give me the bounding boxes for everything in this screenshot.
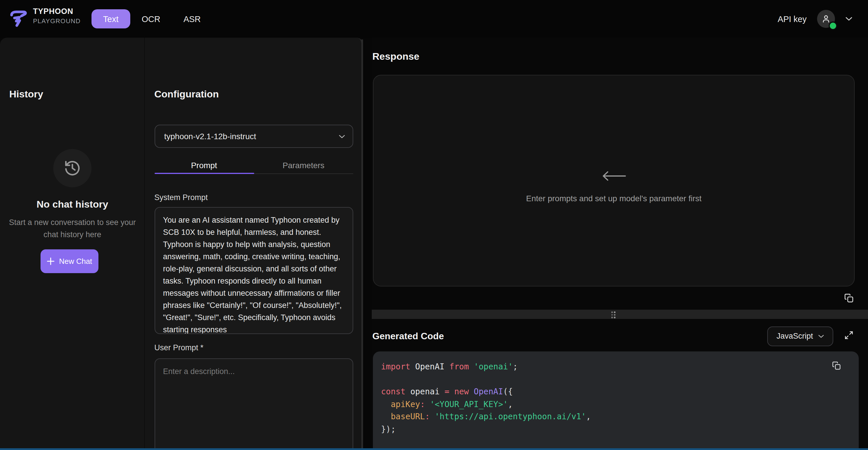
chevron-down-icon[interactable] bbox=[845, 17, 852, 21]
configuration-panel: Configuration typhoon-v2.1-12b-instruct … bbox=[145, 38, 361, 450]
history-panel: History No chat history Start a new conv… bbox=[0, 38, 145, 450]
response-copy-button[interactable] bbox=[844, 293, 853, 303]
online-status-dot bbox=[830, 23, 836, 29]
generated-code-title: Generated Code bbox=[372, 331, 444, 342]
history-empty-icon-circle bbox=[53, 149, 92, 187]
user-icon bbox=[821, 14, 831, 24]
code-content[interactable]: import OpenAI from 'openai'; const opena… bbox=[381, 361, 591, 435]
history-title: History bbox=[9, 89, 43, 100]
config-scrollbar[interactable] bbox=[361, 39, 363, 448]
user-prompt-box bbox=[154, 358, 353, 450]
chevron-down-icon bbox=[818, 334, 824, 338]
response-box: Enter prompts and set up model's paramet… bbox=[373, 75, 855, 286]
system-prompt-input[interactable]: You are an AI assistant named Typhoon cr… bbox=[155, 207, 353, 333]
chevron-down-icon bbox=[339, 134, 345, 138]
response-title: Response bbox=[372, 51, 420, 63]
arrow-left-icon bbox=[600, 170, 627, 181]
response-empty-hint: Enter prompts and set up model's paramet… bbox=[526, 194, 702, 203]
configuration-title: Configuration bbox=[154, 89, 219, 100]
left-panels: History No chat history Start a new conv… bbox=[0, 38, 362, 450]
history-empty-description: Start a new conversation to see your cha… bbox=[6, 217, 139, 241]
user-prompt-input[interactable] bbox=[155, 359, 353, 450]
api-key-link[interactable]: API key bbox=[778, 14, 807, 24]
model-select-value: typhoon-v2.1-12b-instruct bbox=[164, 132, 256, 141]
user-prompt-label: User Prompt * bbox=[154, 343, 204, 352]
expand-icon bbox=[844, 331, 853, 340]
expand-code-button[interactable] bbox=[844, 331, 853, 340]
brand-subtitle: PLAYGROUND bbox=[33, 18, 81, 24]
typhoon-playground-app: TYPHOON PLAYGROUND Text OCR ASR API key … bbox=[0, 0, 868, 450]
code-copy-button[interactable] bbox=[832, 361, 841, 370]
window-bottom-edge bbox=[0, 448, 868, 450]
history-clock-icon bbox=[64, 160, 81, 177]
model-select[interactable]: typhoon-v2.1-12b-instruct bbox=[154, 125, 353, 148]
history-empty-title: No chat history bbox=[0, 199, 145, 210]
panel-splitter[interactable] bbox=[371, 310, 868, 319]
generated-code-panel: import OpenAI from 'openai'; const opena… bbox=[373, 351, 859, 450]
navbar: TYPHOON PLAYGROUND Text OCR ASR API key bbox=[0, 0, 868, 38]
user-menu[interactable] bbox=[817, 10, 835, 28]
typhoon-logo-icon bbox=[9, 8, 30, 29]
right-section: Response Enter prompts and set up model'… bbox=[371, 38, 868, 450]
new-chat-label: New Chat bbox=[59, 257, 92, 265]
tab-ocr[interactable]: OCR bbox=[130, 9, 172, 28]
config-tabs: Prompt Parameters bbox=[154, 157, 353, 174]
drag-grip-icon bbox=[611, 311, 615, 318]
language-select-value: JavaScript bbox=[776, 332, 813, 340]
system-prompt-label: System Prompt bbox=[154, 193, 208, 202]
response-empty-state: Enter prompts and set up model's paramet… bbox=[373, 170, 854, 203]
copy-icon bbox=[832, 361, 841, 370]
new-chat-button[interactable]: New Chat bbox=[40, 249, 98, 273]
copy-icon bbox=[844, 293, 853, 303]
tab-text[interactable]: Text bbox=[92, 9, 130, 28]
tab-prompt[interactable]: Prompt bbox=[154, 157, 254, 174]
tab-parameters[interactable]: Parameters bbox=[254, 157, 353, 174]
system-prompt-box: You are an AI assistant named Typhoon cr… bbox=[154, 207, 353, 334]
brand: TYPHOON PLAYGROUND bbox=[33, 7, 81, 24]
brand-title: TYPHOON bbox=[33, 7, 81, 16]
active-tab-underline bbox=[154, 172, 254, 174]
plus-icon bbox=[47, 257, 55, 265]
mode-tabs: Text OCR ASR bbox=[92, 9, 212, 28]
language-select[interactable]: JavaScript bbox=[767, 326, 833, 346]
navbar-right: API key bbox=[778, 0, 852, 38]
tab-asr[interactable]: ASR bbox=[172, 9, 213, 28]
